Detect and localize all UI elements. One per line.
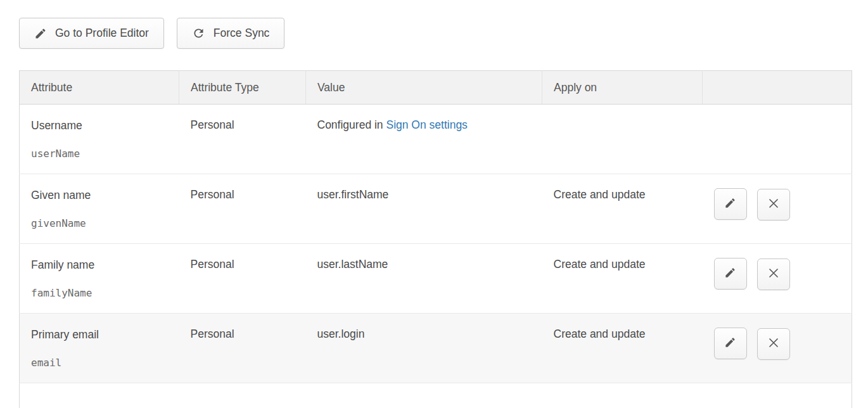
sign-on-settings-link[interactable]: Sign On settings (386, 118, 467, 131)
actions-cell (703, 174, 852, 244)
attribute-type-cell: Personal (179, 314, 306, 383)
force-sync-button[interactable]: Force Sync (177, 18, 285, 49)
attribute-cell: Given name givenName (20, 174, 179, 244)
actions-cell (703, 105, 852, 174)
close-icon (768, 267, 779, 281)
edit-attribute-button[interactable] (714, 258, 747, 290)
attribute-label: Username (31, 118, 179, 132)
table-header-row: Attribute Attribute Type Value Apply on (20, 71, 852, 105)
edit-attribute-button[interactable] (714, 188, 747, 220)
attribute-type-cell: Personal (179, 174, 306, 244)
attribute-cell: Primary email email (20, 314, 179, 383)
table-row-family-name: Family name familyName Personal user.las… (20, 244, 852, 314)
attribute-code: userName (31, 148, 179, 160)
remove-attribute-button[interactable] (757, 189, 790, 220)
attribute-label: Primary email (31, 328, 179, 341)
remove-attribute-button[interactable] (757, 328, 790, 360)
remove-attribute-button[interactable] (757, 258, 790, 290)
attribute-code: email (31, 357, 179, 369)
table-row-given-name: Given name givenName Personal user.first… (20, 174, 852, 244)
apply-on-cell: Create and update (542, 244, 703, 314)
pencil-icon (724, 336, 736, 350)
toolbar: Go to Profile Editor Force Sync (0, 0, 868, 49)
value-cell: Configured in Sign On settings (306, 105, 542, 174)
empty-cell (20, 383, 852, 408)
attribute-type-cell: Personal (179, 244, 306, 314)
value-text: Configured in (317, 118, 386, 131)
refresh-icon (192, 27, 205, 40)
attribute-mappings-page: Go to Profile Editor Force Sync Attribut… (0, 0, 868, 408)
attribute-code: familyName (31, 287, 179, 300)
attribute-code: givenName (31, 217, 179, 230)
apply-on-cell (542, 105, 703, 174)
attribute-label: Family name (31, 258, 179, 272)
table-row-username: Username userName Personal Configured in… (20, 105, 852, 174)
pencil-icon (724, 267, 736, 281)
attribute-label: Given name (31, 188, 179, 202)
attribute-type-cell: Personal (179, 105, 306, 174)
actions-cell (703, 314, 852, 383)
table-row-primary-email: Primary email email Personal user.login … (20, 314, 852, 383)
column-header-actions (703, 71, 852, 105)
column-header-apply-on: Apply on (542, 71, 703, 105)
apply-on-cell: Create and update (542, 314, 703, 383)
force-sync-label: Force Sync (214, 27, 270, 40)
attribute-cell: Username userName (20, 105, 179, 174)
attribute-cell: Family name familyName (20, 244, 179, 314)
attribute-mappings-table: Attribute Attribute Type Value Apply on … (19, 70, 852, 408)
table-row-empty (20, 383, 852, 408)
column-header-value: Value (306, 71, 542, 105)
go-to-profile-editor-button[interactable]: Go to Profile Editor (19, 18, 164, 49)
close-icon (768, 198, 779, 211)
column-header-attribute-type: Attribute Type (179, 71, 306, 105)
pencil-icon (724, 197, 736, 211)
value-cell: user.firstName (306, 174, 542, 244)
column-header-attribute: Attribute (20, 71, 179, 105)
value-cell: user.login (306, 314, 542, 383)
go-to-profile-editor-label: Go to Profile Editor (55, 27, 149, 40)
value-cell: user.lastName (306, 244, 542, 314)
pencil-icon (34, 27, 47, 40)
edit-attribute-button[interactable] (714, 328, 747, 359)
close-icon (768, 337, 779, 350)
apply-on-cell: Create and update (542, 174, 703, 244)
actions-cell (703, 244, 852, 314)
